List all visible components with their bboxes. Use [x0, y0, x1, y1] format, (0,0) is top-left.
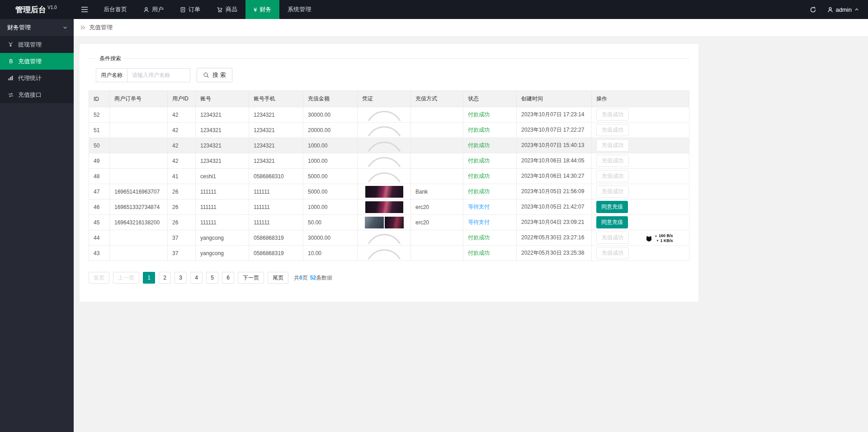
- download-arrow-icon: ▼: [656, 238, 659, 243]
- username-input[interactable]: [127, 69, 190, 82]
- next-page-button[interactable]: 下一页: [238, 272, 264, 284]
- search-row: 用户名称 搜 索: [96, 68, 689, 82]
- cell-recharge-amount: 5000.00: [303, 169, 358, 184]
- nav-item-users[interactable]: 用户: [135, 0, 172, 19]
- col-recharge-method: 充值方式: [411, 91, 463, 107]
- nav-item-orders[interactable]: 订单: [172, 0, 208, 19]
- page-button-2[interactable]: 2: [159, 272, 171, 284]
- recharge-icon: [7, 58, 14, 64]
- col-user-id: 用户ID: [168, 91, 196, 107]
- voucher-image[interactable]: [365, 201, 403, 213]
- sidebar-item-withdraw[interactable]: 提现管理: [0, 36, 74, 53]
- chevron-down-icon: [63, 26, 67, 29]
- page-button-3[interactable]: 3: [175, 272, 187, 284]
- cell-actions: 充值成功: [592, 230, 689, 246]
- cell-account-phone: 0586868319: [249, 230, 303, 246]
- nav-item-finance[interactable]: ¥ 财务: [245, 0, 279, 19]
- cell-recharge-amount: 30000.00: [303, 230, 358, 246]
- page-button-5[interactable]: 5: [206, 272, 218, 284]
- voucher-placeholder-image: [365, 232, 404, 244]
- cell-voucher: [358, 246, 411, 261]
- refresh-icon[interactable]: [810, 6, 816, 13]
- cell-account: 1234321: [196, 153, 249, 169]
- cell-account-phone: 1234321: [249, 153, 303, 169]
- search-legend: 条件搜索: [96, 55, 125, 62]
- page-button-4[interactable]: 4: [190, 272, 203, 284]
- sidebar-item-label: 充值接口: [18, 91, 42, 99]
- cell-actions: 充值成功: [592, 107, 689, 123]
- nav-item-dashboard[interactable]: 后台首页: [95, 0, 135, 19]
- page-button-1[interactable]: 1: [143, 272, 155, 284]
- cell-recharge-method: erc20: [411, 199, 463, 215]
- recharge-management-card: 条件搜索 用户名称 搜 索 ID: [80, 44, 698, 302]
- cell-created-time: 2023年10月04日 23:09:21: [517, 215, 592, 230]
- upload-arrow-icon: ▲: [655, 233, 657, 238]
- voucher-placeholder-image: [365, 155, 404, 167]
- pagination-pages: 123456: [143, 272, 234, 284]
- cell-created-time: 2022年05月30日 23:25:38: [517, 246, 592, 261]
- cell-recharge-method: [411, 169, 463, 184]
- status-text: 付款成功: [468, 127, 490, 133]
- voucher-placeholder-image: [365, 140, 404, 152]
- nav-item-label: 后台首页: [104, 5, 127, 14]
- cell-recharge-method: [411, 230, 463, 246]
- nav-item-system[interactable]: 系统管理: [279, 0, 319, 19]
- voucher-placeholder-image: [365, 247, 404, 259]
- main-content: 充值管理 条件搜索 用户名称 搜 索: [74, 0, 868, 302]
- cell-actions: 充值成功: [592, 169, 689, 184]
- col-actions: 操作: [592, 91, 689, 107]
- cell-account: yangcong: [196, 230, 249, 246]
- last-page-button[interactable]: 尾页: [268, 272, 288, 284]
- cell-status: 等待支付: [463, 199, 517, 215]
- cell-created-time: 2023年10月05日 21:56:09: [517, 184, 592, 199]
- nav-item-label: 订单: [189, 5, 200, 14]
- topbar-right: admin: [810, 0, 868, 19]
- cell-voucher: [358, 230, 411, 246]
- page-button-6[interactable]: 6: [222, 272, 234, 284]
- voucher-images[interactable]: [365, 217, 404, 228]
- cell-status: 等待支付: [463, 215, 517, 230]
- voucher-image[interactable]: [365, 186, 403, 198]
- table-row: 43 37 yangcong 0586868319 10.00 付款成功 202…: [89, 246, 689, 261]
- sidebar-toggle-button[interactable]: [74, 0, 95, 19]
- col-merchant-order-no: 商户订单号: [110, 91, 168, 107]
- cell-id: 50: [89, 138, 110, 153]
- sidebar-item-agent-stats[interactable]: 代理统计: [0, 70, 74, 86]
- voucher-image[interactable]: [385, 217, 404, 228]
- recharge-done-button: 充值成功: [596, 109, 629, 121]
- cell-actions: 同意充值: [592, 199, 689, 215]
- cell-account: 111111: [196, 199, 249, 215]
- cell-status: 付款成功: [463, 246, 517, 261]
- cell-account: ceshi1: [196, 169, 249, 184]
- approve-recharge-button[interactable]: 同意充值: [596, 216, 628, 228]
- cell-recharge-amount: 30000.00: [303, 107, 358, 123]
- username-input-group: 用户名称: [96, 68, 190, 82]
- total-pages: 6: [299, 275, 302, 281]
- approve-recharge-button[interactable]: 同意充值: [596, 201, 628, 213]
- nav-item-products[interactable]: 商品: [208, 0, 245, 19]
- cell-status: 付款成功: [463, 123, 517, 138]
- table-row: 52 42 1234321 1234321 30000.00 付款成功 2023…: [89, 107, 689, 123]
- cell-voucher: [358, 138, 411, 153]
- sidebar-item-recharge[interactable]: 充值管理: [0, 53, 74, 70]
- cell-user-id: 26: [168, 215, 196, 230]
- cell-account-phone: 0586868319: [249, 246, 303, 261]
- cell-id: 49: [89, 153, 110, 169]
- username-label: 用户名称: [96, 69, 127, 82]
- double-chevron-icon: [80, 25, 85, 30]
- cell-merchant-order-no: 169651332734874: [110, 199, 168, 215]
- admin-menu[interactable]: admin: [827, 6, 859, 13]
- cell-id: 46: [89, 199, 110, 215]
- sidebar-item-recharge-api[interactable]: 充值接口: [0, 86, 74, 103]
- voucher-image[interactable]: [365, 217, 384, 228]
- cell-merchant-order-no: [110, 123, 168, 138]
- total-items: 52: [310, 275, 316, 281]
- cell-recharge-method: [411, 153, 463, 169]
- search-button[interactable]: 搜 索: [197, 68, 232, 82]
- cell-voucher: [358, 153, 411, 169]
- recharge-done-button: 充值成功: [596, 170, 629, 182]
- search-button-label: 搜 索: [212, 71, 226, 79]
- nav-item-label: 用户: [152, 5, 164, 14]
- sidebar-section-finance[interactable]: 财务管理: [0, 19, 74, 36]
- search-icon: [203, 72, 209, 78]
